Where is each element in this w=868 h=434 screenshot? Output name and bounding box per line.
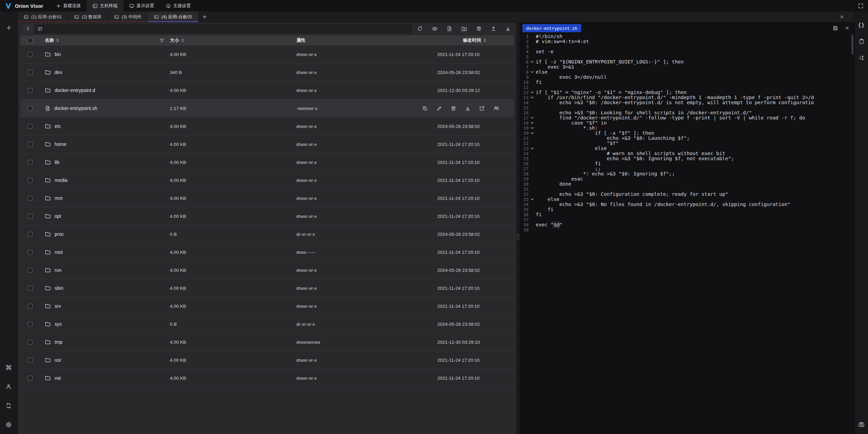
table-row[interactable]: mnt 4.00 KB drwxr-xr-x 2021-11-24 17:20:…	[20, 189, 514, 207]
table-row[interactable]: lib 4.00 KB drwxr-xr-x 2021-11-24 17:20:…	[20, 153, 514, 171]
upload-icon[interactable]	[491, 26, 496, 32]
fold-chevron-icon[interactable]	[529, 126, 536, 131]
file-attr: drwxr-xr-x	[296, 124, 437, 129]
code-editor[interactable]: 1#!/bin/sh2# vim:sw=4:ts=4:et34set -e56i…	[520, 34, 854, 232]
transfer-icon[interactable]	[479, 106, 485, 111]
close-panel-button[interactable]	[840, 12, 844, 22]
refresh-icon[interactable]	[417, 26, 423, 32]
delete-icon[interactable]	[476, 26, 482, 32]
fold-chevron-icon	[529, 54, 536, 59]
filter-icon[interactable]	[159, 38, 164, 43]
table-row[interactable]: sbin 4.00 KB drwxr-xr-x 2021-11-24 17:20…	[20, 279, 514, 297]
tab-terminal-4[interactable]: (4) 应用-分析02	[148, 12, 198, 22]
table-row[interactable]: docker-entrypoint.sh 1.17 KB -rwxrwxr-x	[20, 99, 514, 117]
fold-chevron-icon[interactable]	[529, 95, 536, 100]
row-checkbox[interactable]	[27, 358, 33, 363]
table-row[interactable]: bin 4.00 KB drwxr-xr-x 2021-11-24 17:20:…	[20, 45, 514, 63]
nav-display-settings[interactable]: 显示设置	[123, 0, 160, 12]
preview-eye-icon[interactable]	[432, 26, 438, 32]
row-checkbox[interactable]	[27, 232, 33, 237]
table-row[interactable]: srv 4.00 KB drwxr-xr-x 2021-11-24 17:20:…	[20, 297, 514, 315]
delete-icon[interactable]	[451, 106, 456, 111]
row-checkbox[interactable]	[27, 286, 33, 291]
terminal-icon	[24, 15, 28, 19]
fold-chevron-icon[interactable]	[529, 115, 536, 120]
row-checkbox[interactable]	[27, 142, 33, 147]
table-row[interactable]: proc 0 B dr-xr-xr-x 2024-05-28 23:58:02	[20, 225, 514, 243]
sync-button[interactable]	[3, 399, 15, 412]
download-icon[interactable]	[505, 26, 511, 32]
user-button[interactable]	[3, 380, 15, 393]
nav-new-connection[interactable]: 新建连接	[50, 0, 87, 12]
new-tab-button[interactable]	[199, 12, 211, 22]
table-row[interactable]: var 4.00 KB drwxr-xr-x 2021-11-24 17:20:…	[20, 369, 514, 387]
fold-chevron-icon[interactable]	[529, 90, 536, 95]
table-row[interactable]: opt 4.00 KB drwxr-xr-x 2021-11-24 17:20:…	[20, 207, 514, 225]
sort-size-button[interactable]	[181, 39, 184, 42]
select-all-checkbox[interactable]	[27, 38, 33, 43]
table-row[interactable]: tmp 4.00 KB drwxrwxrwx 2021-12-30 03:29:…	[20, 333, 514, 351]
screenshot-button[interactable]	[856, 419, 867, 429]
panel-splitter[interactable]	[516, 22, 520, 434]
tab-terminal-3[interactable]: (3) 中间件	[108, 12, 148, 22]
permission-icon[interactable]	[493, 105, 499, 111]
table-row[interactable]: media 4.00 KB drwxr-xr-x 2021-11-24 17:2…	[20, 171, 514, 189]
row-checkbox[interactable]	[27, 304, 33, 309]
table-row[interactable]: root 4.00 KB drwx------ 2021-11-24 17:20…	[20, 243, 514, 261]
nav-theme-settings[interactable]: 主题设置	[160, 0, 197, 12]
copy-icon[interactable]	[422, 106, 428, 111]
row-checkbox[interactable]	[27, 106, 33, 111]
back-button[interactable]	[23, 24, 33, 34]
save-icon[interactable]	[833, 25, 838, 31]
row-checkbox[interactable]	[27, 250, 33, 255]
table-row[interactable]: usr 4.00 KB drwxr-xr-x 2021-11-24 17:20:…	[20, 351, 514, 369]
path-input[interactable]	[45, 26, 409, 31]
fold-chevron-icon[interactable]	[529, 197, 536, 202]
edit-icon[interactable]	[436, 106, 442, 111]
table-row[interactable]: docker-entrypoint.d 4.00 KB drwxr-xr-x 2…	[20, 81, 514, 99]
row-checkbox[interactable]	[27, 376, 33, 381]
settings-button[interactable]	[3, 418, 15, 431]
table-row[interactable]: run 4.00 KB drwxr-xr-x 2024-05-28 23:58:…	[20, 261, 514, 279]
close-icon[interactable]	[845, 25, 850, 31]
fullscreen-icon[interactable]	[858, 3, 864, 9]
new-folder-icon[interactable]	[461, 26, 467, 32]
sort-mtime-button[interactable]	[484, 39, 486, 42]
nav-host-terminal[interactable]: 主机终端	[87, 0, 123, 12]
top-navbar: Orion Visor 新建连接 主机终端 显示设置 主题设置	[0, 0, 868, 12]
row-checkbox[interactable]	[27, 160, 33, 165]
row-checkbox[interactable]	[27, 70, 33, 75]
editor-file-tab[interactable]: docker-entrypoint.sh	[522, 24, 581, 32]
clipboard-button[interactable]	[856, 36, 867, 46]
fold-chevron-icon[interactable]	[529, 70, 536, 75]
format-button[interactable]: {}	[856, 20, 867, 30]
tab-terminal-2[interactable]: (2) 数据库	[68, 12, 108, 22]
command-snippets-button[interactable]: ⌘	[3, 361, 15, 374]
line-number: 26	[520, 161, 529, 166]
row-checkbox[interactable]	[27, 196, 33, 201]
table-row[interactable]: dev 340 B drwxr-xr-x 2024-05-28 23:58:02	[20, 63, 514, 81]
row-checkbox[interactable]	[27, 178, 33, 183]
fold-chevron-icon[interactable]	[529, 146, 536, 151]
row-checkbox[interactable]	[27, 268, 33, 273]
new-file-icon[interactable]	[447, 26, 452, 32]
line-number: 9	[520, 75, 529, 80]
fold-chevron-icon[interactable]	[529, 59, 536, 64]
table-row[interactable]: home 4.00 KB drwxr-xr-x 2021-11-24 17:20…	[20, 135, 514, 153]
row-checkbox[interactable]	[27, 124, 33, 129]
sort-name-button[interactable]	[56, 39, 59, 42]
row-checkbox[interactable]	[27, 214, 33, 219]
fold-chevron-icon[interactable]	[529, 120, 536, 126]
row-checkbox[interactable]	[27, 52, 33, 57]
tab-terminal-1[interactable]: (1) 应用-分析01	[18, 12, 68, 22]
editor-scrollbar-thumb[interactable]	[851, 35, 853, 54]
add-connection-button[interactable]	[3, 22, 15, 34]
row-checkbox[interactable]	[27, 88, 33, 93]
row-checkbox[interactable]	[27, 322, 33, 327]
table-row[interactable]: sys 0 B dr-xr-xr-x 2024-05-28 23:58:02	[20, 315, 514, 333]
row-checkbox[interactable]	[27, 340, 33, 345]
line-sort-button[interactable]: 1	[856, 53, 867, 63]
download-icon[interactable]	[465, 106, 471, 111]
table-row[interactable]: etc 4.00 KB drwxr-xr-x 2024-05-28 23:58:…	[20, 117, 514, 135]
fold-chevron-icon[interactable]	[529, 131, 536, 136]
